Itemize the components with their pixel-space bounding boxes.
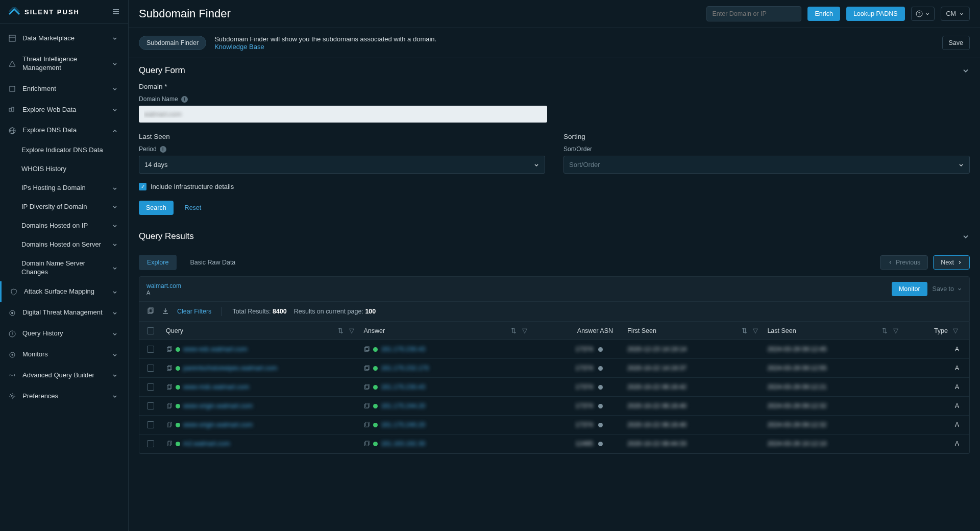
query-summary: walmart.com A [146, 282, 181, 296]
sidebar-collapse-icon[interactable] [112, 8, 120, 16]
asn-info-icon[interactable] [598, 385, 603, 390]
topbar: Subdomain Finder Enrich Lookup PADNS ? C… [129, 0, 980, 28]
filter-icon[interactable]: ▽ [953, 327, 959, 334]
filter-icon[interactable]: ▽ [753, 327, 759, 334]
main: Subdomain Finder Enrich Lookup PADNS ? C… [129, 0, 980, 531]
sort-icon[interactable]: ⇅ [511, 327, 517, 334]
copy-icon[interactable] [363, 346, 370, 353]
svg-rect-28 [366, 365, 370, 369]
copy-icon[interactable] [363, 403, 370, 409]
answer-link[interactable]: 161.170.230.43 [381, 346, 425, 353]
knowledge-base-link[interactable]: Knowledge Base [214, 43, 264, 51]
sort-icon[interactable]: ⇅ [742, 327, 748, 334]
sort-icon[interactable]: ⇅ [338, 327, 344, 334]
period-select[interactable]: 14 days [139, 156, 545, 174]
copy-icon[interactable] [166, 422, 173, 428]
domain-ip-input[interactable] [706, 6, 801, 21]
asn-info-icon[interactable] [598, 366, 603, 371]
nav-data-marketplace[interactable]: Data Marketplace [0, 28, 128, 49]
copy-icon[interactable] [363, 365, 370, 372]
copy-icon[interactable] [146, 307, 155, 316]
filter-icon[interactable]: ▽ [349, 327, 355, 334]
copy-icon[interactable] [166, 403, 173, 409]
enrich-button[interactable]: Enrich [807, 7, 840, 21]
nav-sub-domains-on-ip[interactable]: Domains Hosted on IP [0, 216, 128, 235]
copy-icon[interactable] [166, 384, 173, 391]
download-icon[interactable] [162, 307, 170, 316]
search-button[interactable]: Search [139, 201, 174, 215]
next-button[interactable]: Next [933, 255, 970, 270]
asn-info-icon[interactable] [598, 347, 603, 352]
row-checkbox[interactable] [147, 346, 154, 353]
query-link[interactable]: www-mdc.walmart.com [183, 383, 249, 391]
nav-sub-indicator-dns[interactable]: Explore Indicator DNS Data [0, 141, 128, 160]
help-button[interactable]: ? [911, 7, 935, 21]
brand-logo[interactable]: SILENT PUSH [8, 7, 80, 16]
copy-icon[interactable] [363, 422, 370, 428]
copy-icon[interactable] [363, 384, 370, 391]
answer-link[interactable]: 161.170.232.170 [381, 365, 429, 372]
query-link[interactable]: parentschoicewipes.walmart.com [183, 365, 277, 372]
divider [222, 307, 222, 316]
tab-basic-raw[interactable]: Basic Raw Data [182, 255, 243, 270]
answer-link[interactable]: 161.170.230.43 [381, 383, 425, 391]
query-results-header[interactable]: Query Results [129, 224, 980, 249]
row-checkbox[interactable] [147, 402, 154, 409]
nav-sub-dns-changes[interactable]: Domain Name Server Changes [0, 254, 128, 282]
filter-icon[interactable]: ▽ [522, 327, 528, 334]
row-checkbox[interactable] [147, 365, 154, 372]
select-all-checkbox[interactable] [147, 327, 154, 334]
monitor-button[interactable]: Monitor [892, 282, 927, 296]
answer-link[interactable]: 161.170.244.20 [381, 402, 425, 409]
nav-sub-ip-diversity[interactable]: IP Diversity of Domain [0, 198, 128, 216]
answer-link[interactable]: 161.170.240.20 [381, 421, 425, 428]
row-checkbox[interactable] [147, 383, 154, 391]
tab-explore[interactable]: Explore [139, 255, 177, 270]
nav-query-history[interactable]: Query History [0, 323, 128, 344]
asn-info-icon[interactable] [598, 404, 603, 408]
query-link[interactable]: www-origin.walmart.com [183, 402, 253, 409]
svg-rect-0 [113, 9, 119, 10]
nav-attack-surface[interactable]: Attack Surface Mapping [0, 281, 128, 302]
nav-enrichment[interactable]: Enrichment [0, 79, 128, 100]
row-checkbox[interactable] [147, 440, 154, 447]
save-button[interactable]: Save [942, 36, 970, 50]
user-menu[interactable]: CM [941, 7, 970, 21]
asn-info-icon[interactable] [598, 423, 603, 427]
domain-name-input[interactable] [139, 106, 547, 123]
info-icon[interactable]: i [181, 96, 188, 103]
lookup-padns-button[interactable]: Lookup PADNS [846, 7, 905, 21]
answer-link[interactable]: 161.163.192.30 [381, 440, 425, 447]
nav-threat-intel[interactable]: Threat Intelligence Management [0, 49, 128, 79]
row-checkbox[interactable] [147, 421, 154, 428]
nav-sub-ips-hosting[interactable]: IPs Hosting a Domain [0, 179, 128, 198]
previous-button[interactable]: Previous [880, 255, 928, 270]
nav-digital-threat[interactable]: Digital Threat Management [0, 302, 128, 323]
query-link[interactable]: www-edc.walmart.com [183, 346, 248, 353]
query-link[interactable]: www-origin.walmart.com [183, 421, 253, 428]
nav-preferences[interactable]: Preferences [0, 386, 128, 407]
copy-icon[interactable] [166, 441, 173, 447]
reset-button[interactable]: Reset [180, 201, 207, 215]
nav-explore-dns[interactable]: Explore DNS Data [0, 120, 128, 141]
sort-select[interactable]: Sort/Order [564, 156, 970, 174]
sort-icon[interactable]: ⇅ [882, 327, 888, 334]
clear-filters-link[interactable]: Clear Filters [177, 308, 211, 315]
nav-explore-web[interactable]: Explore Web Data [0, 100, 128, 120]
nav-monitors[interactable]: Monitors [0, 344, 128, 365]
copy-icon[interactable] [166, 346, 173, 353]
filter-icon[interactable]: ▽ [893, 327, 899, 334]
nav-sub-whois[interactable]: WHOIS History [0, 160, 128, 179]
query-link[interactable]: m2.walmart.com [183, 440, 230, 447]
nav-sub-domains-on-server[interactable]: Domains Hosted on Server [0, 235, 128, 254]
copy-icon[interactable] [166, 365, 173, 372]
save-to-dropdown[interactable]: Save to [933, 285, 962, 293]
include-infra-checkbox[interactable]: ✓ Include Infrastructure details [139, 183, 970, 190]
svg-rect-33 [167, 404, 171, 408]
cell-first-seen: 2020-10-22 06:16:40 [623, 397, 763, 415]
query-form-header[interactable]: Query Form [129, 58, 980, 83]
copy-icon[interactable] [363, 441, 370, 447]
info-icon[interactable]: i [160, 146, 166, 153]
nav-adv-query[interactable]: Advanced Query Builder [0, 365, 128, 386]
asn-info-icon[interactable] [598, 442, 603, 446]
